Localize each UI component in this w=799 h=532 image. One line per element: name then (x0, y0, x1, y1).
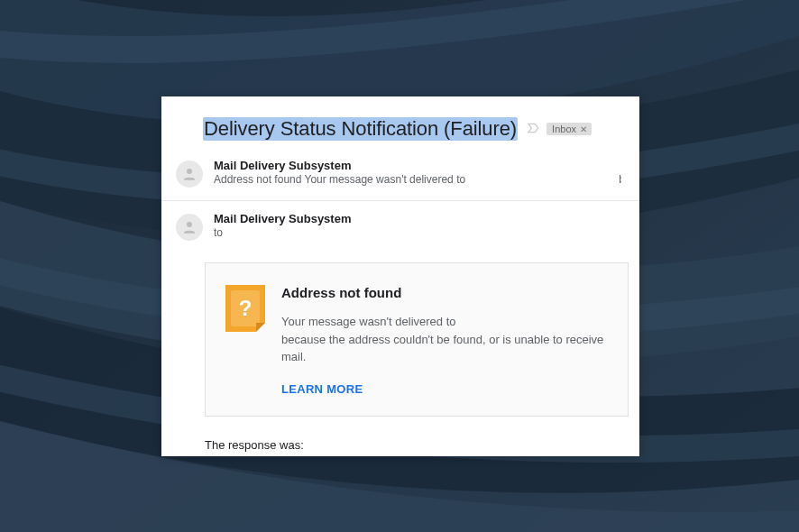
avatar (176, 214, 203, 241)
svg-point-2 (187, 222, 192, 227)
avatar (176, 161, 203, 188)
error-title: Address not found (281, 285, 608, 300)
important-marker-icon[interactable] (527, 121, 541, 138)
collapsed-message[interactable]: Mail Delivery Subsystem Address not foun… (161, 148, 639, 201)
email-message-panel: Delivery Status Notification (Failure) I… (161, 96, 639, 456)
label-area: Inbox ✕ (527, 121, 592, 138)
subject-row: Delivery Status Notification (Failure) I… (161, 96, 639, 148)
expanded-message-header: Mail Delivery Subsystem to (161, 201, 639, 252)
email-subject: Delivery Status Notification (Failure) (203, 117, 518, 141)
bounce-error-card: ? Address not found Your message wasn't … (205, 262, 629, 417)
inbox-label-text: Inbox (552, 124, 576, 134)
recipient-line[interactable]: to (214, 226, 621, 239)
sender-name: Mail Delivery Subsystem (214, 159, 621, 172)
inbox-label-chip[interactable]: Inbox ✕ (546, 123, 592, 135)
close-icon[interactable]: ✕ (580, 124, 587, 134)
error-body: Your message wasn't delivered to because… (281, 313, 608, 366)
error-document-icon: ? (225, 285, 265, 332)
sender-name: Mail Delivery Subsystem (214, 212, 621, 225)
learn-more-link[interactable]: LEARN MORE (281, 382, 608, 396)
response-label: The response was: (161, 427, 639, 452)
message-snippet: Address not found Your message wasn't de… (214, 173, 621, 186)
svg-point-1 (187, 169, 192, 174)
